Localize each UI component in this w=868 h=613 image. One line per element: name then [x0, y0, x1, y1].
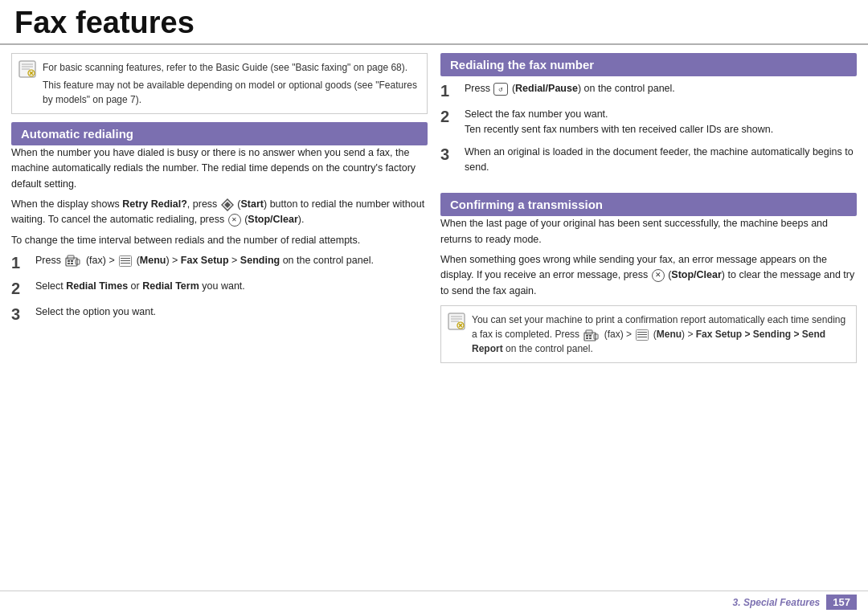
svg-rect-21 — [589, 335, 592, 337]
svg-rect-23 — [589, 337, 592, 339]
confirming-para2: When something goes wrong while sending … — [440, 252, 857, 299]
auto-redialing-header: Automatic redialing — [11, 122, 428, 145]
stop-clear-icon-left: ✕ — [228, 214, 241, 227]
note-line2: This feature may not be available depend… — [43, 78, 419, 107]
left-column: For basic scanning features, refer to th… — [11, 53, 428, 586]
footer-page-number: 157 — [826, 595, 857, 610]
note-line1: For basic scanning features, refer to th… — [43, 60, 419, 75]
svg-rect-8 — [71, 260, 73, 262]
svg-rect-7 — [68, 260, 70, 262]
page-footer: 3. Special Features 157 — [0, 591, 868, 613]
svg-rect-22 — [586, 337, 588, 339]
step-2: 2 Select Redial Times or Redial Term you… — [11, 279, 428, 298]
note-icon-2 — [448, 313, 465, 330]
auto-redialing-body: When the number you have dialed is busy … — [11, 145, 428, 324]
svg-marker-3 — [224, 202, 231, 208]
redialing-header: Redialing the fax number — [440, 53, 857, 76]
svg-rect-9 — [68, 263, 70, 264]
redial-step-2: 2 Select the fax number you want. Ten re… — [440, 107, 857, 138]
redialing-section: Redialing the fax number 1 Press ↺ (Redi… — [440, 53, 857, 182]
auto-redialing-para1: When the number you have dialed is busy … — [11, 145, 428, 192]
redial-step-1: 1 Press ↺ (Redial/Pause) on the control … — [440, 81, 857, 100]
auto-redialing-para2: When the display shows Retry Redial?, pr… — [11, 197, 428, 228]
confirming-header: Confirming a transmission — [440, 193, 857, 216]
page-header: Fax features — [0, 0, 868, 45]
page-container: Fax features For basic scanning features… — [0, 0, 868, 613]
right-column: Redialing the fax number 1 Press ↺ (Redi… — [440, 53, 857, 586]
redial-step-3: 3 When an original is loaded in the docu… — [440, 145, 857, 176]
auto-redialing-steps: 1 Press — [11, 253, 428, 324]
confirming-body: When the last page of your original has … — [440, 216, 857, 363]
redialing-steps: 1 Press ↺ (Redial/Pause) on the control … — [440, 81, 857, 176]
stop-clear-icon-right: ✕ — [652, 269, 665, 282]
footer-section-label: 3. Special Features — [733, 597, 821, 608]
page-title: Fax features — [14, 6, 854, 40]
redial-pause-icon: ↺ — [493, 83, 508, 96]
start-icon — [220, 198, 237, 210]
confirming-note: You can set your machine to print a conf… — [472, 313, 848, 356]
note-icon — [18, 60, 36, 78]
confirming-note-box: You can set your machine to print a conf… — [440, 305, 857, 363]
confirming-para1: When the last page of your original has … — [440, 216, 857, 247]
svg-rect-20 — [586, 335, 588, 337]
auto-redialing-para3: To change the time interval between redi… — [11, 233, 428, 248]
note-box: For basic scanning features, refer to th… — [11, 53, 428, 114]
content-area: For basic scanning features, refer to th… — [0, 45, 868, 591]
confirming-section: Confirming a transmission When the last … — [440, 193, 857, 363]
redialing-body: 1 Press ↺ (Redial/Pause) on the control … — [440, 81, 857, 176]
step-3: 3 Select the option you want. — [11, 304, 428, 324]
step-1: 1 Press — [11, 253, 428, 272]
auto-redialing-section: Automatic redialing When the number you … — [11, 122, 428, 330]
svg-rect-10 — [71, 263, 73, 264]
